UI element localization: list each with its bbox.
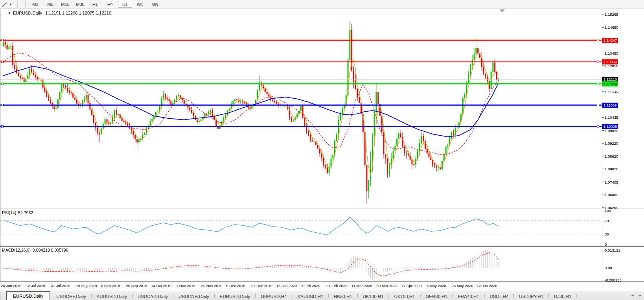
date-label: 15 Jan 2020 <box>276 283 297 288</box>
price-tick-label: 1.15265 <box>605 12 618 17</box>
price-tick-label: 1.14650 <box>605 25 618 29</box>
chart-title: ▼EURUSD,Daily1.12191 1.12298 1.12075 1.1… <box>8 11 111 15</box>
chart-tab-dj30-h1[interactable]: DJ30,H1 <box>549 292 576 300</box>
price-tick-label: 1.08620 <box>605 154 618 158</box>
price-tick-label: 1.13450 <box>605 51 618 55</box>
price-line-badge: 1.14047 <box>602 38 618 43</box>
date-label: 9 Dec 2019 <box>226 283 245 288</box>
date-label: 12 Jun 2020 <box>477 283 497 288</box>
chart-tab-eurusd-daily[interactable]: EURUSD,Daily <box>215 292 255 300</box>
date-label: 1 Nov 2019 <box>176 283 195 288</box>
macd-scale-label: 0.00 <box>605 266 612 270</box>
price-tick-label: 1.09820 <box>605 129 618 133</box>
date-label: 3 Feb 2020 <box>301 283 320 288</box>
price-line-badge: 1.11009 <box>602 103 618 108</box>
chart-tab-usdjpy-h1[interactable]: USDJPY,H1 <box>514 292 548 300</box>
tab-strip: EURUSD,DailyUSDCHF,Daily|AUDUSD,Daily|US… <box>6 290 577 300</box>
date-label: 25 May 2020 <box>452 283 473 288</box>
date-label: 11 Mar 2020 <box>351 283 372 288</box>
date-label: 6 Sep 2019 <box>101 283 120 288</box>
rsi-scale-label: 30 <box>605 232 609 236</box>
rsi-indicator-label: RSI(14)52.7932 <box>2 210 33 215</box>
chart-tab-usdcad-daily[interactable]: USDCAD,Daily <box>133 292 173 300</box>
chart-tab-xauusd-h1[interactable]: XAUUSD,H1 <box>293 292 328 300</box>
timeframe-button-h4[interactable]: H4 <box>103 1 117 8</box>
price-tick-label: 1.12850 <box>605 64 618 68</box>
rsi-scale-label: 100 <box>605 208 611 213</box>
chart-tab-usdchf-daily[interactable]: USDCHF,Daily <box>52 292 90 300</box>
chart-tab-fra40-h1[interactable]: FRA40,H1 <box>453 292 484 300</box>
date-label: 12 Jul 2019 <box>26 283 45 288</box>
macd-values: 0.004218 0.005796 <box>33 248 68 252</box>
date-label: 6 May 2020 <box>427 283 446 288</box>
timeframe-button-w1[interactable]: W1 <box>133 1 147 8</box>
date-label: 31 Jul 2019 <box>51 283 70 288</box>
collapse-triangle-icon[interactable]: ▼ <box>8 11 11 15</box>
chart-tab-hk50-h1[interactable]: HK50,H1 <box>329 292 357 300</box>
toolbar-separator <box>165 1 165 7</box>
chart-tab-ger30-h1[interactable]: GER30,H1 <box>421 292 452 300</box>
tab-separator: | <box>576 293 578 298</box>
tab-scroll-nav: ◄ ► <box>631 293 642 297</box>
price-tick-label: 1.06805 <box>605 193 618 197</box>
date-label: 17 Apr 2020 <box>401 283 421 288</box>
rsi-scale-label: 70 <box>605 219 609 223</box>
date-axis[interactable]: 24 Jun 201912 Jul 201931 Jul 201919 Aug … <box>0 282 644 290</box>
chart-tab-eurusd-daily[interactable]: EURUSD,Daily <box>6 291 50 300</box>
macd-scale-label: 0.013121 <box>605 248 620 252</box>
price-tick-label: 1.08020 <box>605 167 618 171</box>
tab-scroll-right-icon[interactable]: ► <box>638 293 642 297</box>
macd-name: MACD(12,26,9) <box>2 248 31 252</box>
timeframe-button-m30[interactable]: M30 <box>73 1 87 8</box>
chart-tab-gbpusd-h4[interactable]: GBPUSD,H4 <box>256 292 291 300</box>
chart-tab-audusd-daily[interactable]: AUDUSD,Daily <box>92 292 132 300</box>
tool-dropdown-arrow-icon[interactable]: ▼ <box>9 3 12 6</box>
rsi-name: RSI(14) <box>2 210 16 215</box>
chart-ohlc-values: 1.12191 1.12298 1.12075 1.12210 <box>45 11 111 15</box>
chart-tab-uk100-h1[interactable]: UK100,H1 <box>358 292 388 300</box>
tab-scroll-left-icon[interactable]: ◄ <box>631 293 634 297</box>
toolbar-drag-handle[interactable] <box>17 1 20 7</box>
timeframe-button-m5[interactable]: M5 <box>43 1 57 8</box>
chart-tab-usoil-h4[interactable]: USOil,H4 <box>485 292 513 300</box>
chart-tab-usdcnh-daily[interactable]: USDCNH,Daily <box>174 292 214 300</box>
chart-tab-bar: EURUSD,DailyUSDCHF,Daily|AUDUSD,Daily|US… <box>0 290 644 300</box>
line-style-tool-icon <box>2 2 8 7</box>
macd-indicator-label: MACD(12,26,9)0.004218 0.005796 <box>2 248 68 252</box>
timeframe-button-mn[interactable]: MN <box>148 1 162 8</box>
timeframe-toolbar: ▼ M1 M5 M15 M30 H1 H4 D1 W1 MN <box>0 0 644 9</box>
date-label: 30 Mar 2020 <box>377 283 397 288</box>
price-line-badge: 1.12004 <box>602 81 618 87</box>
price-tick-label: 1.11635 <box>605 90 618 94</box>
draw-tool-button[interactable]: ▼ <box>0 0 14 8</box>
price-line-badge: 1.10008 <box>602 124 618 129</box>
price-tick-label: 1.10435 <box>605 115 618 120</box>
date-label: 14 Oct 2019 <box>151 283 171 288</box>
price-tick-label: 1.09220 <box>605 141 618 145</box>
chart-tab-uk100-h1[interactable]: UK100,H1 <box>389 292 420 300</box>
date-label: 24 Jun 2019 <box>1 283 21 288</box>
macd-scale-label: -0.008933 <box>605 278 622 282</box>
trading-terminal-window: ▼ M1 M5 M15 M30 H1 H4 D1 W1 MN ▼EURUSD,D… <box>0 0 644 300</box>
date-label: 19 Aug 2019 <box>76 283 97 288</box>
date-label: 20 Nov 2019 <box>201 283 223 288</box>
timeframe-button-m1[interactable]: M1 <box>28 1 42 8</box>
timeframe-button-m15[interactable]: M15 <box>58 1 72 8</box>
rsi-value: 52.7932 <box>18 210 33 215</box>
price-tick-label: 1.07405 <box>605 180 618 184</box>
chart-symbol-period: EURUSD,Daily <box>13 11 42 15</box>
tab-bar-left-edge <box>0 292 2 300</box>
timeframe-button-h1[interactable]: H1 <box>88 1 102 8</box>
timeframe-button-d1[interactable]: D1 <box>118 1 132 8</box>
date-label: 21 Feb 2020 <box>326 283 347 288</box>
toolbar-separator <box>25 1 26 7</box>
date-label: 27 Dec 2019 <box>251 283 272 288</box>
price-chart-canvas[interactable] <box>0 9 644 289</box>
date-label: 25 Sep 2019 <box>126 283 147 288</box>
price-line-badge: 1.13034 <box>602 59 618 64</box>
rsi-scale-label: 0 <box>605 242 607 247</box>
